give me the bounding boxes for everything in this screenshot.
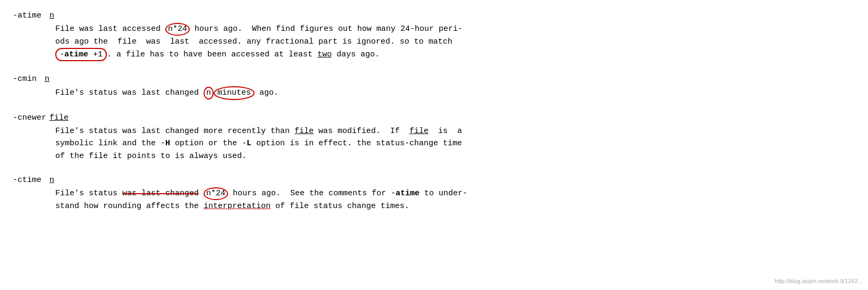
desc-cnewer-line1: File's status was last changed more rece… bbox=[55, 127, 462, 136]
word-file-1: file bbox=[294, 127, 314, 136]
annotation-n24-ctime: n*24 bbox=[204, 187, 228, 200]
desc-atime-line2: ods ago the file was last accessed. any … bbox=[55, 37, 452, 46]
option-arg-ctime: n bbox=[49, 174, 54, 186]
desc-cnewer-line3: of the file it points to is always used. bbox=[55, 152, 247, 161]
entry-cmin: -cmin n File's status was last changed n… bbox=[13, 73, 855, 100]
manpage: -atime n File was last accessed n*24 hou… bbox=[13, 10, 855, 212]
entry-ctime: -ctime n File's status was last changed … bbox=[13, 174, 855, 212]
option-line-atime: -atime n bbox=[13, 10, 855, 22]
option-cnewer: -cnewer bbox=[13, 112, 46, 124]
option-cmin: -cmin bbox=[13, 73, 41, 85]
entry-atime: -atime n File was last accessed n*24 hou… bbox=[13, 10, 855, 61]
option-line-cnewer: -cnewer file bbox=[13, 112, 855, 124]
description-cmin: File's status was last changed nminutes … bbox=[55, 86, 855, 100]
option-ctime: -ctime bbox=[13, 174, 46, 186]
desc-atime-line3: -atime +1. a file has to have been acces… bbox=[55, 50, 380, 59]
description-atime: File was last accessed n*24 hours ago. W… bbox=[55, 23, 855, 61]
word-two: two bbox=[317, 50, 332, 59]
option-arg-atime: n bbox=[49, 10, 54, 22]
annotation-atime-plus1: -atime +1 bbox=[55, 48, 107, 61]
annotation-minutes-cmin: minutes bbox=[214, 86, 255, 100]
option-arg-cnewer: file bbox=[49, 112, 69, 124]
option-H: H bbox=[165, 139, 170, 148]
desc-atime-line1: File was last accessed n*24 hours ago. W… bbox=[55, 24, 462, 34]
annotation-n-cmin: n bbox=[204, 87, 214, 100]
option-atime: -atime bbox=[13, 10, 46, 22]
annotation-underline-interpretation: interpretation bbox=[204, 202, 271, 211]
option-atime-ref: atime bbox=[395, 189, 419, 198]
option-L: L bbox=[247, 139, 251, 148]
annotation-strikethrough-ctime: was last changed bbox=[122, 189, 199, 198]
description-ctime: File's status was last changed n*24 hour… bbox=[55, 187, 855, 212]
desc-cnewer-line2: symbolic link and the -H option or the -… bbox=[55, 139, 462, 148]
option-arg-cmin: n bbox=[45, 73, 49, 85]
annotation-n24-atime: n*24 bbox=[165, 23, 190, 36]
inline-24hour: 24-hour bbox=[400, 24, 434, 34]
description-cnewer: File's status was last changed more rece… bbox=[55, 125, 855, 162]
desc-cmin-line1: File's status was last changed nminutes … bbox=[55, 88, 279, 97]
desc-ctime-line1: File's status was last changed n*24 hour… bbox=[55, 189, 467, 198]
watermark: http://blog.asqm.network:9/1162... bbox=[774, 277, 863, 286]
option-line-cmin: -cmin n bbox=[13, 73, 855, 85]
word-file-2: file bbox=[409, 127, 428, 136]
option-line-ctime: -ctime n bbox=[13, 174, 855, 186]
entry-cnewer: -cnewer file File's status was last chan… bbox=[13, 112, 855, 162]
desc-ctime-line2: stand how rounding affects the interpret… bbox=[55, 202, 409, 211]
